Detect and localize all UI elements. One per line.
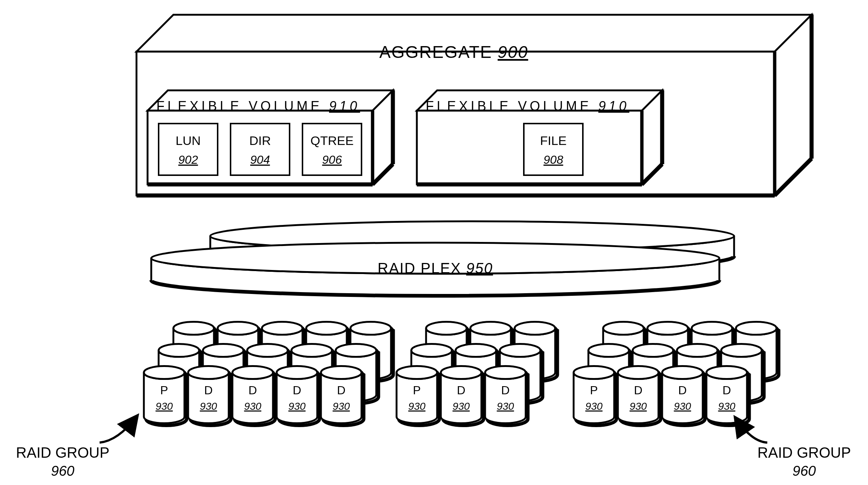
svg-point-67 — [470, 322, 511, 335]
disk: D930 — [706, 366, 749, 425]
svg-point-98 — [706, 366, 747, 379]
storage-hierarchy-diagram: AGGREGATE 900FLEXIBLE VOLUME 910LUN902DI… — [0, 0, 868, 485]
svg-point-47 — [203, 344, 243, 357]
svg-point-72 — [397, 366, 437, 379]
svg-point-44 — [306, 322, 347, 335]
svg-text:930: 930 — [674, 401, 691, 412]
svg-text:902: 902 — [178, 153, 198, 166]
lun-box: LUN902 — [159, 124, 218, 175]
svg-text:930: 930 — [408, 401, 426, 412]
svg-rect-16 — [159, 124, 218, 175]
svg-text:LUN: LUN — [176, 134, 201, 148]
svg-point-86 — [633, 344, 673, 357]
disk: P930 — [574, 366, 616, 425]
svg-point-89 — [574, 366, 614, 379]
svg-point-75 — [441, 366, 481, 379]
svg-text:906: 906 — [322, 153, 342, 166]
svg-text:QTREE: QTREE — [310, 134, 353, 148]
svg-point-41 — [173, 322, 214, 335]
svg-point-46 — [159, 344, 199, 357]
raid-group-label-right: RAID GROUP960 — [736, 419, 851, 479]
svg-point-43 — [262, 322, 302, 335]
disk: D930 — [618, 366, 661, 425]
svg-point-92 — [618, 366, 658, 379]
svg-text:RAID GROUP: RAID GROUP — [757, 444, 851, 461]
svg-point-48 — [247, 344, 288, 357]
disk: D930 — [662, 366, 705, 425]
svg-text:930: 930 — [718, 401, 736, 412]
svg-point-95 — [662, 366, 703, 379]
svg-point-78 — [485, 366, 526, 379]
svg-text:930: 930 — [497, 401, 514, 412]
svg-text:930: 930 — [156, 401, 173, 412]
svg-point-71 — [500, 344, 540, 357]
svg-text:930: 930 — [585, 401, 603, 412]
svg-point-84 — [736, 322, 777, 335]
svg-point-50 — [336, 344, 376, 357]
svg-text:FLEXIBLE VOLUME  910: FLEXIBLE VOLUME 910 — [426, 98, 629, 114]
svg-text:960: 960 — [792, 463, 816, 479]
flexible-volume-1: FLEXIBLE VOLUME 910LUN902DIR904QTREE906 — [148, 90, 393, 184]
svg-text:960: 960 — [51, 463, 74, 479]
svg-point-60 — [277, 366, 317, 379]
svg-point-88 — [721, 344, 762, 357]
svg-text:RAID PLEX  950: RAID PLEX 950 — [378, 260, 493, 276]
svg-text:D: D — [501, 384, 509, 397]
qtree-box: QTREE906 — [302, 124, 362, 175]
svg-text:D: D — [248, 384, 257, 397]
svg-text:930: 930 — [200, 401, 217, 412]
disk: D930 — [232, 366, 275, 425]
raid-group-2: P930D930D930 — [397, 322, 557, 425]
svg-rect-33 — [524, 124, 583, 175]
svg-point-63 — [321, 366, 362, 379]
svg-text:930: 930 — [453, 401, 470, 412]
svg-text:P: P — [413, 384, 421, 397]
svg-point-42 — [218, 322, 258, 335]
flexible-volume-2: FLEXIBLE VOLUME 910FILE908 — [417, 90, 662, 184]
disk: D930 — [188, 366, 231, 425]
aggregate-label: AGGREGATE 900 — [379, 42, 528, 62]
disk: P930 — [144, 366, 187, 425]
svg-text:904: 904 — [250, 153, 270, 166]
disk: D930 — [277, 366, 319, 425]
disk: D930 — [321, 366, 364, 425]
raid-plex-front: RAID PLEX 950 — [151, 243, 719, 296]
svg-point-57 — [232, 366, 273, 379]
svg-text:DIR: DIR — [249, 134, 271, 148]
svg-point-83 — [692, 322, 732, 335]
svg-point-54 — [188, 366, 229, 379]
raid-group-3: P930D930D930D930 — [574, 322, 779, 425]
svg-rect-19 — [231, 124, 290, 175]
flexvol-2-label: FLEXIBLE VOLUME 910 — [426, 98, 629, 114]
svg-text:908: 908 — [543, 153, 563, 166]
svg-text:930: 930 — [333, 401, 350, 412]
svg-text:D: D — [634, 384, 642, 397]
svg-point-70 — [456, 344, 496, 357]
svg-text:930: 930 — [288, 401, 306, 412]
svg-text:FILE: FILE — [540, 134, 567, 148]
disk: P930 — [397, 366, 439, 425]
svg-text:D: D — [457, 384, 465, 397]
svg-point-85 — [588, 344, 629, 357]
svg-text:P: P — [590, 384, 598, 397]
svg-point-81 — [603, 322, 644, 335]
raid-group-1: P930D930D930D930D930 — [144, 322, 393, 425]
svg-text:D: D — [337, 384, 345, 397]
svg-point-87 — [677, 344, 717, 357]
svg-rect-22 — [302, 124, 362, 175]
svg-point-68 — [515, 322, 555, 335]
svg-text:930: 930 — [630, 401, 647, 412]
disk: D930 — [441, 366, 484, 425]
svg-text:P: P — [160, 384, 168, 397]
disk: D930 — [485, 366, 528, 425]
dir-box: DIR904 — [231, 124, 290, 175]
raid-group-label-left: RAID GROUP960 — [16, 417, 136, 479]
raid-plex-label: RAID PLEX 950 — [378, 260, 493, 276]
svg-point-69 — [411, 344, 452, 357]
svg-text:D: D — [293, 384, 301, 397]
svg-point-49 — [291, 344, 332, 357]
file-box: FILE908 — [524, 124, 583, 175]
flexvol-1-label: FLEXIBLE VOLUME 910 — [156, 98, 360, 114]
svg-point-51 — [144, 366, 184, 379]
svg-text:D: D — [204, 384, 212, 397]
